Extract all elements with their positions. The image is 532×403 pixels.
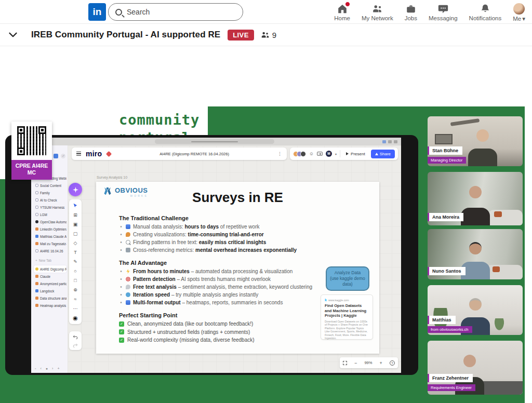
zoom-in-button[interactable]: + [379, 360, 383, 366]
zoom-level[interactable]: 99% [364, 360, 372, 365]
redo-button[interactable] [69, 341, 82, 349]
record-tool[interactable]: ◉ [69, 313, 82, 323]
collapse-chevron-icon[interactable] [6, 28, 20, 42]
bar-chart-icon [126, 300, 130, 305]
record-dot-icon[interactable]: ● [46, 367, 48, 370]
share-button[interactable]: Share [371, 150, 395, 158]
sidebar-tab-item[interactable]: YTSUM Harness [34, 204, 66, 211]
profile-icon[interactable] [388, 140, 392, 143]
help-button[interactable]: ? [390, 360, 395, 366]
participant-tile[interactable]: Franz Zehentner Requirements Engineer [428, 341, 523, 395]
chevron-down-icon[interactable]: ▾ [335, 152, 337, 156]
live-video-stage[interactable]: community portugal [0, 46, 532, 403]
nav-item-my-network[interactable]: My Network [356, 0, 399, 24]
menu-icon[interactable] [76, 152, 81, 156]
more-tools[interactable]: ⋯ [69, 304, 82, 313]
bookmark-app-icon[interactable] [54, 154, 58, 158]
sidebar-tab-item[interactable]: Matthias Claude Anthropik [34, 233, 66, 240]
sidebar-tab-item[interactable]: OpenClaw Automatisierung [34, 218, 66, 225]
fit-to-screen-icon[interactable] [343, 361, 347, 365]
orange-icon [35, 275, 38, 278]
zoom-out-button[interactable]: − [353, 360, 358, 366]
kaggle-link-card[interactable]: k www.kaggle.com Find Open Datasets and … [321, 294, 373, 340]
participant-tile[interactable]: Stan Bühne Managing Director [428, 116, 523, 166]
sidebar-tab-item[interactable]: AI4RE 16.04.26 [34, 247, 66, 254]
obviousworks-logo: OBVIOUS WORKS [102, 186, 148, 197]
nav-item-me[interactable]: Me▾ [507, 0, 531, 24]
upload-tool[interactable]: ⊕ [69, 285, 82, 294]
person-silhouette [469, 186, 482, 198]
nav-item-home[interactable]: Home [328, 0, 356, 24]
orange-icon [35, 282, 38, 285]
sidebar-tab-item[interactable]: Langdock [34, 287, 66, 294]
user-avatar[interactable]: M [326, 151, 332, 157]
section-heading: The Traditional Challenge [119, 215, 371, 221]
bullet-dot: • [119, 291, 123, 299]
sidebar-tab-item[interactable]: Mail zu Tagessatz-Verhan... [34, 240, 66, 247]
nav-item-notifications[interactable]: Notifications [463, 0, 508, 24]
cursor-icon [73, 203, 78, 208]
miro-canvas[interactable]: miro AI4RE (Digicomp REMOTE 16.04.2026) … [68, 145, 401, 373]
sidebar-tab-item[interactable]: Family [34, 189, 66, 196]
frame-tool[interactable]: □ [69, 276, 82, 285]
templates-tool[interactable]: ⊞ [69, 210, 82, 220]
nav-item-jobs[interactable]: Jobs [399, 0, 423, 24]
viewers-icon [261, 31, 270, 39]
sidebar-tab-item[interactable]: Heatmap analysis with par... [34, 302, 66, 309]
nav-item-messaging[interactable]: Messaging [423, 0, 463, 24]
participant-tile[interactable]: Nuno Santos [428, 229, 523, 279]
select-tool[interactable] [69, 201, 82, 210]
back-icon[interactable]: ‹ [40, 367, 41, 370]
search-input[interactable]: Search [108, 3, 243, 21]
browser-menu-icon[interactable] [394, 140, 397, 143]
qr-code [17, 126, 46, 155]
frame-label[interactable]: Survey Analysis 10 [97, 176, 127, 179]
orange-icon [35, 297, 38, 300]
shapes-tool[interactable]: ◇ [69, 238, 82, 248]
sidebar-tab-item[interactable]: Claude [34, 273, 66, 280]
more-options-icon[interactable]: ⋮ [277, 151, 282, 156]
upgrade-gem-icon[interactable] [106, 151, 112, 156]
notifications-icon [480, 3, 491, 15]
forward-icon[interactable]: › [52, 367, 53, 370]
top-navigation: in Search Home My Network Jobs Messaging [0, 0, 532, 24]
pen-tool[interactable]: ✎ [69, 257, 82, 266]
ai-assistant-button[interactable] [69, 183, 82, 196]
connector-tool[interactable]: ≈ [69, 294, 82, 304]
participant-tile[interactable]: Matthias from obviousworks.ch [428, 285, 523, 335]
frames-tool[interactable]: ▣ [69, 220, 82, 229]
kaggle-title: Find Open Datasets and Machine Learning … [325, 303, 369, 318]
board-title[interactable]: AI4RE (Digicomp REMOTE 16.04.2026) [116, 152, 273, 156]
live-badge: LIVE [228, 30, 254, 41]
present-button[interactable]: Present [343, 150, 368, 158]
comment-tool[interactable]: ○ [69, 266, 82, 276]
plus-icon[interactable]: + [57, 367, 59, 370]
folder-icon [35, 213, 38, 216]
sidebar-tab-item[interactable]: AI4RE Digicomp REMOTE... [34, 265, 66, 273]
linkedin-logo[interactable]: in [88, 3, 106, 21]
sidebar-tab-item[interactable]: Data structure analysis an... [34, 294, 66, 302]
chart-icon [126, 248, 130, 252]
video-chat-icon[interactable] [317, 152, 323, 156]
sidebar-tab-item[interactable]: Social Content [34, 182, 66, 189]
text-tool[interactable]: T [69, 248, 82, 257]
trash-icon[interactable]: ▫ [35, 367, 36, 370]
undo-button[interactable] [69, 332, 82, 341]
qr-code-card: CPRE AI4RE MC [11, 122, 52, 180]
reactions-icon[interactable]: ☺ [309, 151, 314, 156]
sticky-note-tool[interactable]: ▢ [69, 229, 82, 238]
collaborator-avatars[interactable] [293, 151, 306, 157]
folder-icon [35, 184, 38, 187]
sidebar-tab-item[interactable]: AI to Check [34, 196, 66, 204]
sidebar-tab-item[interactable]: LGM [34, 211, 66, 218]
sidebar-tab-item[interactable]: LinkedIn Optimierung [34, 225, 66, 233]
bullet-dot: • [119, 231, 123, 238]
check-circle-icon[interactable]: ✓ [61, 154, 65, 158]
participant-tile[interactable]: Ana Moreira [428, 172, 523, 225]
bullet-dot: • [119, 238, 123, 246]
extension-icon[interactable] [382, 140, 386, 143]
address-bar[interactable] [155, 139, 274, 144]
sticky-note[interactable]: Analyze Data (use kaggle demo data) [326, 266, 369, 291]
new-tab-button[interactable]: +New Tab [34, 257, 66, 263]
sidebar-tab-item[interactable]: Anonymized participant d... [34, 280, 66, 287]
